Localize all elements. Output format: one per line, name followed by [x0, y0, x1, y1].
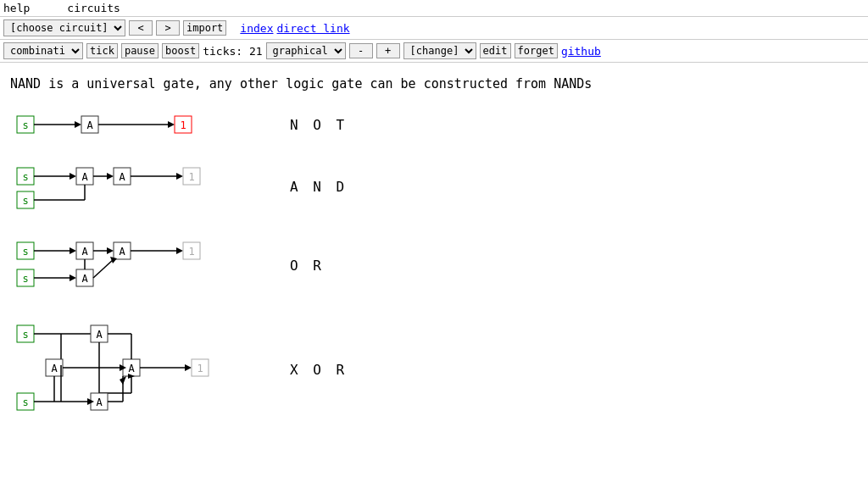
svg-text:A: A [119, 246, 125, 258]
svg-marker-31 [70, 247, 76, 254]
toolbar-row-2: combinati tick pause boost ticks: 21 gra… [0, 40, 868, 63]
circuits-label: circuits [67, 2, 120, 14]
or-label: O R [290, 258, 325, 274]
svg-text:A: A [128, 363, 135, 374]
forward-button[interactable]: > [156, 20, 180, 36]
minus-button[interactable]: - [349, 43, 373, 58]
not-label: N O T [290, 117, 348, 133]
back-button[interactable]: < [129, 20, 153, 36]
and-diagram: s A A 1 s [10, 161, 273, 212]
svg-marker-21 [176, 173, 183, 180]
svg-marker-76 [185, 364, 192, 371]
and-label: A N D [290, 179, 348, 195]
tick-button[interactable]: tick [86, 43, 118, 58]
graphical-select[interactable]: graphical [266, 42, 346, 59]
change-select[interactable]: [change] [403, 42, 476, 59]
combinati-select[interactable]: combinati [3, 42, 83, 59]
svg-text:1: 1 [188, 171, 194, 183]
svg-marker-45 [70, 274, 76, 281]
help-label: help [3, 2, 30, 14]
top-bar: help circuits [0, 0, 868, 17]
toolbar-row-1: [choose circuit] < > import index direct… [0, 17, 868, 40]
svg-text:s: s [22, 195, 28, 207]
pause-button[interactable]: pause [121, 43, 159, 58]
svg-text:1: 1 [197, 363, 203, 374]
xor-diagram: s A A s A [10, 319, 273, 420]
ticks-label: ticks: 21 [203, 45, 262, 58]
svg-marker-17 [107, 173, 114, 180]
edit-button[interactable]: edit [480, 43, 511, 58]
main-content: NAND is a universal gate, any other logi… [0, 63, 868, 457]
import-button[interactable]: import [183, 20, 226, 36]
svg-text:A: A [96, 329, 103, 341]
svg-line-49 [93, 259, 114, 278]
svg-text:1: 1 [188, 246, 194, 258]
svg-marker-35 [107, 247, 114, 254]
svg-text:A: A [81, 246, 88, 258]
svg-text:s: s [22, 119, 28, 131]
svg-marker-3 [75, 121, 81, 128]
circuit-or: s A A 1 s [10, 236, 858, 295]
circuit-and: s A A 1 s [10, 161, 858, 212]
svg-text:A: A [96, 396, 103, 408]
svg-text:A: A [86, 119, 93, 131]
xor-label: X O R [290, 362, 348, 378]
direct-link-link[interactable]: direct link [277, 22, 350, 35]
or-diagram: s A A 1 s [10, 236, 273, 295]
ticks-value: 21 [249, 45, 263, 58]
svg-marker-7 [168, 121, 175, 128]
svg-text:A: A [81, 273, 88, 285]
svg-text:A: A [81, 171, 88, 183]
circuit-xor: s A A s A [10, 319, 858, 420]
svg-text:s: s [22, 396, 28, 408]
svg-text:A: A [119, 171, 125, 183]
svg-text:A: A [51, 363, 58, 374]
github-link[interactable]: github [561, 45, 601, 58]
svg-text:1: 1 [180, 119, 186, 131]
forget-button[interactable]: forget [515, 43, 558, 58]
description: NAND is a universal gate, any other logi… [10, 76, 858, 91]
index-link[interactable]: index [240, 22, 273, 35]
choose-circuit-1-select[interactable]: [choose circuit] [3, 19, 125, 36]
boost-button[interactable]: boost [162, 43, 199, 58]
svg-marker-39 [176, 247, 183, 254]
svg-text:s: s [22, 273, 28, 285]
circuit-not: s A 1 N O T [10, 112, 858, 137]
not-diagram: s A 1 [10, 112, 273, 137]
svg-marker-13 [70, 173, 76, 180]
plus-button[interactable]: + [376, 43, 400, 58]
svg-text:s: s [22, 246, 28, 258]
svg-text:s: s [22, 329, 28, 341]
svg-text:s: s [22, 171, 28, 183]
